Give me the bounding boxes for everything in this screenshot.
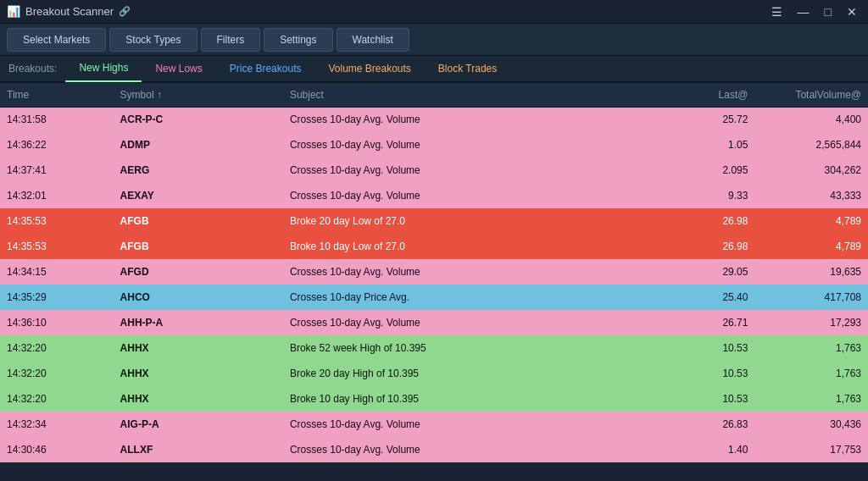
cell-symbol: ADMP	[114, 132, 283, 158]
cell-last: 1.40	[642, 437, 755, 462]
tab-block-trades[interactable]: Block Trades	[425, 55, 510, 82]
cell-time: 14:30:46	[0, 437, 114, 462]
cell-last: 10.53	[642, 386, 755, 412]
title-bar-controls: ☰ — □ ✕	[767, 3, 861, 20]
cell-volume: 17,293	[754, 310, 868, 335]
cell-time: 14:32:20	[0, 335, 114, 361]
stock-types-button[interactable]: Stock Types	[109, 28, 197, 52]
cell-subject: Crosses 10-day Avg. Volume	[283, 132, 642, 158]
col-time[interactable]: Time	[0, 83, 114, 107]
cell-volume: 304,262	[754, 158, 868, 183]
watchlist-button[interactable]: Watchlist	[337, 28, 409, 52]
cell-time: 14:32:01	[0, 183, 114, 208]
table-header-row: Time Symbol ↑ Subject Last@ TotalVolume@	[0, 83, 868, 107]
table-row[interactable]: 14:32:20AHHXBroke 10 day High of 10.3951…	[0, 386, 868, 412]
maximize-button[interactable]: □	[821, 3, 836, 20]
close-button[interactable]: ✕	[843, 3, 861, 20]
col-total-volume[interactable]: TotalVolume@	[754, 83, 868, 107]
col-symbol[interactable]: Symbol ↑	[114, 83, 283, 107]
settings-button[interactable]: Settings	[264, 28, 332, 52]
cell-last: 26.98	[642, 234, 755, 259]
cell-last: 26.98	[642, 208, 755, 234]
col-last[interactable]: Last@	[642, 83, 755, 107]
cell-symbol: ALLXF	[114, 437, 283, 462]
table-row[interactable]: 14:32:20AHHXBroke 20 day High of 10.3951…	[0, 361, 868, 386]
tab-price-breakouts[interactable]: Price Breakouts	[216, 55, 315, 82]
cell-volume: 43,333	[754, 183, 868, 208]
cell-symbol: AHH-P-A	[114, 310, 283, 335]
cell-last: 10.53	[642, 335, 755, 361]
table-row[interactable]: 14:35:53AFGBBroke 10 day Low of 27.026.9…	[0, 234, 868, 259]
cell-time: 14:35:29	[0, 285, 114, 310]
cell-symbol: AHHX	[114, 361, 283, 386]
minimize-button[interactable]: —	[793, 3, 814, 20]
tab-new-lows[interactable]: New Lows	[142, 55, 215, 82]
cell-last: 10.53	[642, 361, 755, 386]
table-row[interactable]: 14:35:53AFGBBroke 20 day Low of 27.026.9…	[0, 208, 868, 234]
cell-subject: Crosses 10-day Price Avg.	[283, 285, 642, 310]
table-row[interactable]: 14:32:34AIG-P-ACrosses 10-day Avg. Volum…	[0, 412, 868, 437]
cell-symbol: AHHX	[114, 386, 283, 412]
cell-symbol: AHCO	[114, 285, 283, 310]
cell-last: 9.33	[642, 183, 755, 208]
cell-volume: 1,763	[754, 335, 868, 361]
table-row[interactable]: 14:34:15AFGDCrosses 10-day Avg. Volume29…	[0, 259, 868, 285]
col-subject[interactable]: Subject	[283, 83, 642, 107]
tab-volume-breakouts[interactable]: Volume Breakouts	[314, 55, 424, 82]
cell-symbol: AEXAY	[114, 183, 283, 208]
table-row[interactable]: 14:32:01AEXAYCrosses 10-day Avg. Volume9…	[0, 183, 868, 208]
table-row[interactable]: 14:31:58ACR-P-CCrosses 10-day Avg. Volum…	[0, 107, 868, 132]
select-markets-button[interactable]: Select Markets	[7, 28, 106, 52]
title-bar: 📊 Breakout Scanner 🔗 ☰ — □ ✕	[0, 0, 868, 24]
cell-subject: Crosses 10-day Avg. Volume	[283, 310, 642, 335]
cell-volume: 417,708	[754, 285, 868, 310]
cell-subject: Broke 20 day High of 10.395	[283, 361, 642, 386]
cell-symbol: AFGB	[114, 234, 283, 259]
cell-subject: Broke 10 day Low of 27.0	[283, 234, 642, 259]
cell-volume: 19,635	[754, 259, 868, 285]
cell-last: 29.05	[642, 259, 755, 285]
cell-last: 2.095	[642, 158, 755, 183]
table-row[interactable]: 14:36:10AHH-P-ACrosses 10-day Avg. Volum…	[0, 310, 868, 335]
cell-volume: 4,789	[754, 234, 868, 259]
cell-subject: Crosses 10-day Avg. Volume	[283, 412, 642, 437]
table-row[interactable]: 14:30:46ALLXFCrosses 10-day Avg. Volume1…	[0, 437, 868, 462]
cell-symbol: AFGD	[114, 259, 283, 285]
tab-new-highs[interactable]: New Highs	[65, 55, 142, 82]
title-bar-left: 📊 Breakout Scanner 🔗	[7, 5, 131, 18]
nav-bar: Select Markets Stock Types Filters Setti…	[0, 24, 868, 56]
cell-volume: 4,400	[754, 107, 868, 132]
cell-subject: Broke 52 week High of 10.395	[283, 335, 642, 361]
cell-symbol: AIG-P-A	[114, 412, 283, 437]
cell-symbol: AERG	[114, 158, 283, 183]
breakouts-label: Breakouts:	[8, 63, 57, 75]
cell-subject: Crosses 10-day Avg. Volume	[283, 158, 642, 183]
cell-symbol: AHHX	[114, 335, 283, 361]
table-row[interactable]: 14:37:41AERGCrosses 10-day Avg. Volume2.…	[0, 158, 868, 183]
table-row[interactable]: 14:36:22ADMPCrosses 10-day Avg. Volume1.…	[0, 132, 868, 158]
cell-symbol: AFGB	[114, 208, 283, 234]
table-row[interactable]: 14:32:20AHHXBroke 52 week High of 10.395…	[0, 335, 868, 361]
cell-volume: 4,789	[754, 208, 868, 234]
cell-time: 14:34:15	[0, 259, 114, 285]
breakout-table: Time Symbol ↑ Subject Last@ TotalVolume@…	[0, 83, 868, 462]
cell-last: 26.71	[642, 310, 755, 335]
cell-subject: Broke 20 day Low of 27.0	[283, 208, 642, 234]
cell-time: 14:32:34	[0, 412, 114, 437]
cell-time: 14:35:53	[0, 234, 114, 259]
cell-last: 1.05	[642, 132, 755, 158]
filters-button[interactable]: Filters	[201, 28, 261, 52]
menu-button[interactable]: ☰	[767, 3, 787, 20]
cell-volume: 17,753	[754, 437, 868, 462]
cell-time: 14:35:53	[0, 208, 114, 234]
link-icon: 🔗	[119, 6, 131, 17]
table-row[interactable]: 14:35:29AHCOCrosses 10-day Price Avg.25.…	[0, 285, 868, 310]
cell-time: 14:32:20	[0, 361, 114, 386]
table-wrapper: Time Symbol ↑ Subject Last@ TotalVolume@…	[0, 83, 868, 481]
cell-volume: 30,436	[754, 412, 868, 437]
cell-time: 14:32:20	[0, 386, 114, 412]
cell-subject: Crosses 10-day Avg. Volume	[283, 107, 642, 132]
cell-time: 14:31:58	[0, 107, 114, 132]
tab-bar: Breakouts: New Highs New Lows Price Brea…	[0, 56, 868, 83]
cell-subject: Broke 10 day High of 10.395	[283, 386, 642, 412]
